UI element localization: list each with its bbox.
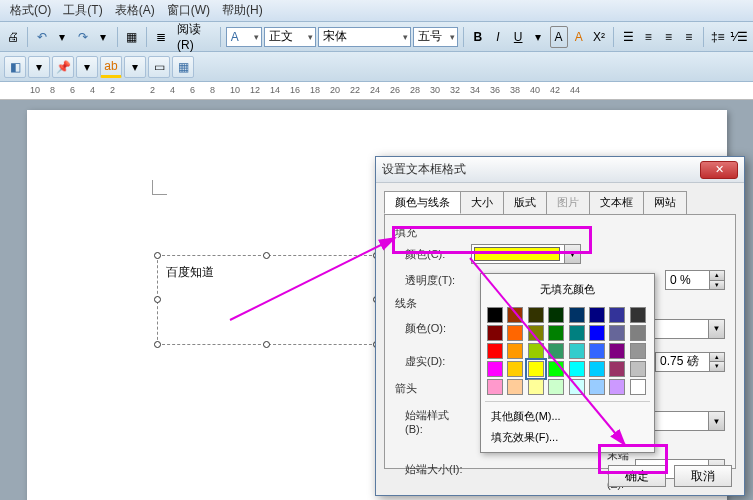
textbox-shape[interactable]: 百度知道 bbox=[157, 255, 377, 345]
align-dist-icon[interactable]: ☰ bbox=[619, 26, 637, 48]
color-swatch[interactable] bbox=[507, 307, 523, 323]
weight-input[interactable]: 0.75 磅 ▴▾ bbox=[655, 352, 725, 372]
x2-icon[interactable]: X² bbox=[590, 26, 608, 48]
redo-dd-icon[interactable]: ▾ bbox=[94, 26, 112, 48]
color-swatch[interactable] bbox=[569, 325, 585, 341]
color-swatch[interactable] bbox=[630, 379, 646, 395]
insertbox-icon[interactable]: ▭ bbox=[148, 56, 170, 78]
color-swatch[interactable] bbox=[507, 325, 523, 341]
color-swatch[interactable] bbox=[630, 361, 646, 377]
spinner[interactable]: ▴▾ bbox=[709, 271, 724, 289]
color-swatch[interactable] bbox=[528, 325, 544, 341]
color-swatch[interactable] bbox=[548, 307, 564, 323]
tab-size[interactable]: 大小 bbox=[460, 191, 504, 214]
color-swatch[interactable] bbox=[630, 325, 646, 341]
color-swatch[interactable] bbox=[548, 361, 564, 377]
color-swatch[interactable] bbox=[589, 325, 605, 341]
color-swatch[interactable] bbox=[548, 343, 564, 359]
color-swatch[interactable] bbox=[528, 307, 544, 323]
resize-handle[interactable] bbox=[263, 341, 270, 348]
chevron-down-icon[interactable]: ▼ bbox=[708, 412, 724, 430]
color-swatch[interactable] bbox=[589, 307, 605, 323]
italic-icon[interactable]: I bbox=[489, 26, 507, 48]
redo-icon[interactable]: ↷ bbox=[73, 26, 91, 48]
dd-icon[interactable]: ▾ bbox=[28, 56, 50, 78]
color-swatch[interactable] bbox=[609, 307, 625, 323]
color-swatch[interactable] bbox=[548, 325, 564, 341]
underline-icon[interactable]: U bbox=[509, 26, 527, 48]
outline-icon[interactable]: ◧ bbox=[4, 56, 26, 78]
undo-icon[interactable]: ↶ bbox=[33, 26, 51, 48]
color-swatch[interactable] bbox=[589, 361, 605, 377]
chevron-down-icon[interactable]: ▼ bbox=[708, 320, 724, 338]
color-swatch[interactable] bbox=[507, 361, 523, 377]
size-dropdown[interactable]: 五号 bbox=[413, 27, 457, 47]
color-swatch[interactable] bbox=[528, 343, 544, 359]
cancel-button[interactable]: 取消 bbox=[674, 465, 732, 487]
color-swatch[interactable] bbox=[569, 379, 585, 395]
color-swatch[interactable] bbox=[569, 307, 585, 323]
color-swatch[interactable] bbox=[487, 307, 503, 323]
charbox-icon[interactable]: A bbox=[550, 26, 568, 48]
highlight-icon[interactable]: ab bbox=[100, 56, 122, 78]
color-swatch[interactable] bbox=[487, 379, 503, 395]
color-swatch[interactable] bbox=[609, 343, 625, 359]
color-swatch[interactable] bbox=[569, 343, 585, 359]
color-swatch[interactable] bbox=[609, 325, 625, 341]
fill-effects-item[interactable]: 填充效果(F)... bbox=[485, 427, 650, 448]
more-colors-item[interactable]: 其他颜色(M)... bbox=[485, 406, 650, 427]
chevron-down-icon[interactable]: ▼ bbox=[564, 245, 580, 263]
style-dropdown[interactable]: A bbox=[226, 27, 262, 47]
read-button[interactable]: 阅读(R) bbox=[172, 26, 215, 48]
menu-format[interactable]: 格式(O) bbox=[4, 0, 57, 21]
color-swatch[interactable] bbox=[507, 379, 523, 395]
fill-color-combo[interactable]: ▼ bbox=[471, 244, 581, 264]
resize-handle[interactable] bbox=[154, 296, 161, 303]
columns-icon[interactable]: ≣ bbox=[152, 26, 170, 48]
tab-color-line[interactable]: 颜色与线条 bbox=[384, 191, 461, 214]
linespace-icon[interactable]: ‡≡ bbox=[709, 26, 727, 48]
pin-icon[interactable]: 📌 bbox=[52, 56, 74, 78]
color-swatch[interactable] bbox=[630, 307, 646, 323]
menu-window[interactable]: 窗口(W) bbox=[161, 0, 216, 21]
dd-icon[interactable]: ▾ bbox=[529, 26, 547, 48]
menu-tools[interactable]: 工具(T) bbox=[57, 0, 108, 21]
font-dropdown[interactable]: 宋体 bbox=[318, 27, 411, 47]
color-swatch[interactable] bbox=[589, 379, 605, 395]
grid-icon[interactable]: ▦ bbox=[172, 56, 194, 78]
color-swatch[interactable] bbox=[609, 379, 625, 395]
spinner[interactable]: ▴▾ bbox=[709, 353, 724, 371]
align-right-icon[interactable]: ≡ bbox=[680, 26, 698, 48]
undo-dd-icon[interactable]: ▾ bbox=[53, 26, 71, 48]
color-swatch[interactable] bbox=[609, 361, 625, 377]
color-swatch[interactable] bbox=[528, 361, 544, 377]
color-swatch[interactable] bbox=[630, 343, 646, 359]
style-name-dropdown[interactable]: 正文 bbox=[264, 27, 316, 47]
tab-web[interactable]: 网站 bbox=[643, 191, 687, 214]
align-center-icon[interactable]: ≡ bbox=[659, 26, 677, 48]
menu-help[interactable]: 帮助(H) bbox=[216, 0, 269, 21]
charshade-icon[interactable]: A bbox=[570, 26, 588, 48]
align-left-icon[interactable]: ≡ bbox=[639, 26, 657, 48]
dd-icon[interactable]: ▾ bbox=[76, 56, 98, 78]
color-swatch[interactable] bbox=[487, 361, 503, 377]
table-icon[interactable]: ▦ bbox=[123, 26, 141, 48]
numlist-icon[interactable]: ⅟☰ bbox=[729, 26, 749, 48]
tab-layout[interactable]: 版式 bbox=[503, 191, 547, 214]
tab-textbox[interactable]: 文本框 bbox=[589, 191, 644, 214]
color-swatch[interactable] bbox=[487, 343, 503, 359]
close-icon[interactable]: ✕ bbox=[700, 161, 738, 179]
ok-button[interactable]: 确定 bbox=[608, 465, 666, 487]
resize-handle[interactable] bbox=[154, 341, 161, 348]
no-fill-option[interactable]: 无填充颜色 bbox=[485, 278, 650, 301]
transparency-input[interactable]: 0 % ▴▾ bbox=[665, 270, 725, 290]
color-swatch[interactable] bbox=[589, 343, 605, 359]
color-swatch[interactable] bbox=[569, 361, 585, 377]
color-swatch[interactable] bbox=[487, 325, 503, 341]
bold-icon[interactable]: B bbox=[469, 26, 487, 48]
resize-handle[interactable] bbox=[263, 252, 270, 259]
color-swatch[interactable] bbox=[548, 379, 564, 395]
menu-table[interactable]: 表格(A) bbox=[109, 0, 161, 21]
resize-handle[interactable] bbox=[154, 252, 161, 259]
dialog-titlebar[interactable]: 设置文本框格式 ✕ bbox=[376, 157, 744, 183]
